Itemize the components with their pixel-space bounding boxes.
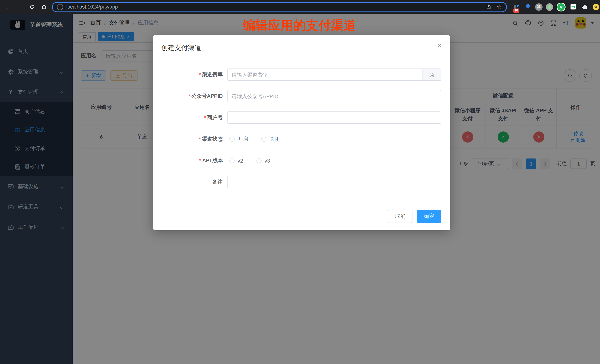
- extensions-puzzle-icon[interactable]: [580, 3, 589, 11]
- form-row-status: *渠道状态 开启 关闭: [162, 133, 441, 145]
- form-row-merchant: *商户号: [162, 111, 441, 124]
- ext-command-icon[interactable]: ⌘: [535, 3, 543, 10]
- radio-icon: [256, 158, 262, 163]
- form-row-api-version: *API 版本 v2 v3: [162, 155, 441, 167]
- required-asterisk: *: [204, 114, 206, 120]
- remark-label: 备注: [212, 179, 223, 185]
- status-label: 渠道状态: [202, 136, 223, 142]
- profile-avatar-icon[interactable]: [592, 3, 600, 11]
- ext-kite-icon[interactable]: [524, 3, 532, 11]
- dialog-footer: 取消 确定: [388, 209, 441, 223]
- url-text: localhost:1024/pay/app: [66, 4, 486, 10]
- required-asterisk: *: [199, 136, 201, 142]
- rate-suffix: %: [422, 69, 441, 81]
- form-row-appid: *公众号APPID: [162, 90, 441, 102]
- confirm-button[interactable]: 确定: [417, 209, 441, 223]
- rate-label: 渠道费率: [202, 71, 223, 77]
- status-on-radio[interactable]: 开启: [229, 136, 248, 142]
- appid-input[interactable]: [227, 90, 441, 102]
- dialog-title: 创建支付渠道: [153, 35, 450, 52]
- remark-input[interactable]: [227, 176, 441, 188]
- merchant-input[interactable]: [227, 111, 441, 124]
- required-asterisk: *: [199, 157, 201, 163]
- extension-icons: 10 ⌘ y: [512, 2, 600, 11]
- cancel-button[interactable]: 取消: [388, 209, 412, 223]
- screenshot-root: ← → i localhost:1024/pay/app ☆ 10: [0, 0, 600, 364]
- url-bar[interactable]: i localhost:1024/pay/app ☆: [52, 2, 507, 12]
- ext-y-icon[interactable]: y: [557, 2, 565, 11]
- api-version-label: API 版本: [202, 157, 223, 163]
- home-icon[interactable]: [39, 2, 48, 11]
- radio-icon: [229, 136, 234, 142]
- radio-icon: [229, 158, 234, 163]
- reload-icon[interactable]: [28, 2, 36, 11]
- ext-dot-icon[interactable]: [546, 3, 553, 10]
- share-icon[interactable]: [486, 4, 491, 10]
- browser-toolbar: ← → i localhost:1024/pay/app ☆ 10: [0, 0, 600, 14]
- dialog-form: *渠道费率 % *公众号APPID *商户号 *渠道状态: [153, 52, 450, 188]
- required-asterisk: *: [199, 71, 201, 77]
- api-v3-radio[interactable]: v3: [256, 158, 270, 164]
- required-asterisk: *: [188, 93, 190, 99]
- status-off-radio[interactable]: 关闭: [261, 136, 280, 142]
- back-icon[interactable]: ←: [4, 2, 13, 11]
- api-v2-radio[interactable]: v2: [229, 158, 243, 164]
- appid-label: 公众号APPID: [191, 93, 223, 99]
- annotation-text: 编辑应用的支付渠道: [243, 17, 356, 34]
- ext-grid-icon[interactable]: 10: [512, 3, 520, 11]
- radio-icon: [261, 136, 266, 142]
- ext-badge: 10: [513, 8, 519, 12]
- merchant-label: 商户号: [207, 114, 223, 120]
- dialog-close-icon[interactable]: ✕: [437, 43, 442, 49]
- ext-chat-icon[interactable]: [569, 3, 577, 11]
- rate-input[interactable]: [227, 69, 422, 81]
- browser-nav: ← →: [0, 2, 52, 11]
- form-row-remark: 备注: [162, 176, 441, 188]
- form-row-rate: *渠道费率 %: [162, 69, 441, 81]
- forward-icon[interactable]: →: [16, 2, 24, 11]
- site-info-icon[interactable]: i: [57, 4, 63, 10]
- bookmark-star-icon[interactable]: ☆: [497, 3, 502, 10]
- create-channel-dialog: 创建支付渠道 ✕ *渠道费率 % *公众号APPID *商户号: [153, 35, 450, 230]
